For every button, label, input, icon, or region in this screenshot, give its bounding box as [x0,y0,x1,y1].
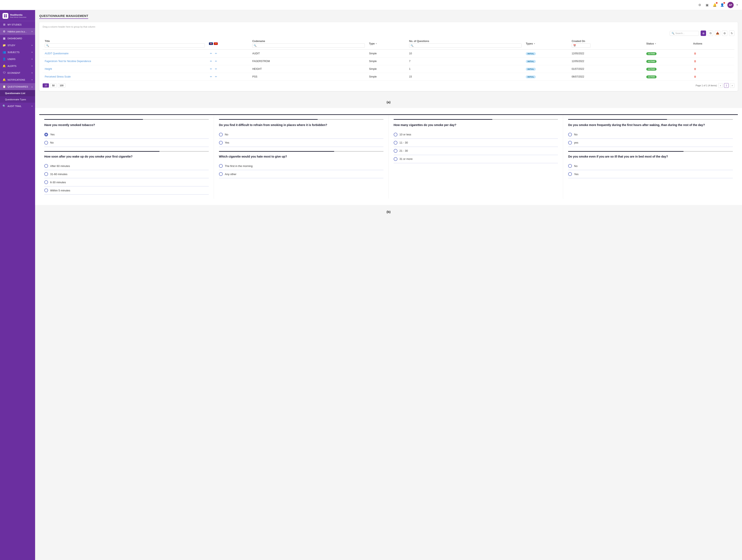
q-sub-separator-1 [219,151,383,152]
edit-flag-uk-2[interactable]: ✏ [209,67,213,71]
prev-page-btn[interactable]: ‹ [718,83,723,88]
delete-btn-1[interactable]: 🗑 [693,59,697,63]
settings-icon[interactable]: ⚙ [697,3,702,7]
cell-types-badge-0: INITIAL [524,50,569,57]
delete-btn-2[interactable]: 🗑 [693,67,697,71]
sidebar-item-questionnaire-types[interactable]: Questionnaire Types [0,96,35,103]
sidebar-item-questionnaires[interactable]: 📋 QUESTIONNAIRES ▴ [0,83,35,90]
sidebar-label-notifications: NOTIFICATIONS [7,79,25,81]
page-size-50[interactable]: 50 [50,83,56,88]
refresh-btn[interactable]: ↻ [729,31,735,36]
title-link-2[interactable]: Height [45,67,52,70]
radio-item-3-1[interactable]: yes [568,139,733,147]
title-link-0[interactable]: AUDIT Questionnaire [45,52,68,55]
title-link-1[interactable]: Fagerstrom Test for Nicotine Dependence [45,60,91,63]
page-size-10[interactable]: 10 [43,83,49,88]
sub-radio-item-1-0[interactable]: The first in the morning [219,162,383,170]
edit-flag-es-1[interactable]: ✏ [214,59,218,63]
radio-item-1-0[interactable]: No [219,131,383,139]
next-page-btn[interactable]: › [730,83,735,88]
sidebar-item-subjects[interactable]: 👥 SUBJECTS ▾ [0,49,35,56]
radio-item-3-0[interactable]: No [568,131,733,139]
delete-btn-0[interactable]: 🗑 [693,51,697,56]
radio-label-2-1: 11 - 30 [400,141,408,144]
edit-flag-uk-3[interactable]: ✏ [209,74,213,79]
user-icon[interactable]: 👤 [720,3,725,7]
edit-flag-es-0[interactable]: ✏ [214,51,218,56]
radio-item-2-2[interactable]: 21 - 30 [394,147,558,155]
sidebar-label-my-studies: MY STUDIES [7,23,21,26]
radio-item-0-0[interactable]: Yes [44,131,209,139]
q-separator-top-3 [568,119,733,120]
title-filter-input[interactable] [45,44,205,48]
cell-title-2: Height [43,65,207,73]
sidebar-item-users[interactable]: 👤 USERS ▾ [0,56,35,62]
sub-radio-circle-1-1 [219,172,223,176]
alerts-icon: 🔔 [2,64,6,67]
page-size-100[interactable]: 100 [58,83,65,88]
sidebar-item-audit-trail[interactable]: 🔍 AUDIT TRAIL ▾ [0,103,35,109]
export-button[interactable]: 📥 [715,31,720,36]
delete-btn-3[interactable]: 🗑 [693,74,697,79]
sidebar-item-dashboard[interactable]: ▦ DASHBOARD [0,35,35,42]
q-column-0: Have you recently smoked tobacco? Yes No… [39,115,214,199]
sidebar-item-my-studies[interactable]: ⊞ MY STUDIES [0,21,35,28]
cell-codename-0: AUDIT [250,50,367,57]
search-box[interactable]: 🔍 Search... [670,31,699,36]
copy-button[interactable]: ⧉ [708,31,713,36]
radio-label-2-2: 21 - 30 [400,149,408,152]
sidebar-item-questionnaire-list[interactable]: Questionnaire List [0,90,35,96]
num-filter-input[interactable] [409,44,522,48]
questionnaire-preview-grid: Have you recently smoked tobacco? Yes No… [39,114,738,199]
pagination: Page 1 of 1 (4 items) ‹ 1 › [696,83,735,88]
radio-label-3-0: No [574,133,578,136]
cell-created-on-2: 01/07/2022 [570,65,644,73]
alerts-chevron: ▾ [32,65,33,67]
window-icon[interactable]: ▣ [705,3,709,7]
radio-item-2-0[interactable]: 10 or less [394,131,558,139]
edit-flag-es-2[interactable]: ✏ [214,67,218,71]
edit-flag-uk-0[interactable]: ✏ [209,51,213,56]
radio-item-2-1[interactable]: 11 - 30 [394,139,558,147]
sub-radio-item-0-1[interactable]: 31-60 minutes [44,170,209,178]
sidebar-label-questionnaire-list: Questionnaire List [5,92,25,94]
sidebar-label-audit: AUDIT TRAIL [7,105,21,107]
sidebar-item-alerts[interactable]: 🔔 ALERTS ▾ [0,62,35,69]
subjects-icon: 👥 [2,51,6,54]
radio-circle-3-1 [568,141,572,145]
current-page-btn[interactable]: 1 [724,83,729,88]
codename-filter-input[interactable] [252,44,365,48]
edit-flag-es-3[interactable]: ✏ [214,74,218,79]
sub-radio-item-0-2[interactable]: 6-30 minutes [44,178,209,187]
sidebar-item-notifications[interactable]: 🔔 NOTIFICATIONS ▾ [0,76,35,83]
th-actions-label: Actions [693,42,702,45]
cell-type-2: Simple [367,65,407,73]
bell-icon[interactable]: 🔔 [712,3,717,7]
sidebar-item-habitos[interactable]: ⚙ Hábitos para la p... ▾ [0,28,35,35]
sidebar-item-econsent[interactable]: 🛡 ECONSENT ▾ [0,69,35,76]
app-layout: Healthentia Real World Outcomes ⊞ MY STU… [0,10,742,560]
settings-btn[interactable]: ⚙ [722,31,727,36]
sub-radio-item-1-1[interactable]: Any other [219,170,383,178]
th-num-questions: No. of Questions [407,38,524,50]
cell-created-on-3: 06/07/2022 [570,73,644,81]
cell-num-questions-2: 1 [407,65,524,73]
sub-radio-item-3-1[interactable]: Yes [568,170,733,178]
avatar[interactable]: AP [727,2,734,8]
sidebar-item-study[interactable]: 📁 STUDY ▾ [0,42,35,49]
users-chevron: ▾ [32,58,33,60]
sub-radio-item-0-3[interactable]: Within 5 minutes [44,187,209,195]
edit-flag-uk-1[interactable]: ✏ [209,59,213,63]
radio-item-1-1[interactable]: Yes [219,139,383,147]
add-button[interactable]: ⊕ [701,31,706,36]
title-link-3[interactable]: Perceived Stress Scale [45,75,71,78]
radio-item-2-3[interactable]: 31 or more [394,155,558,163]
sub-radio-item-0-0[interactable]: After 60 minutes [44,162,209,170]
radio-item-0-1[interactable]: No [44,139,209,147]
q-column-1: Do you find it difficult to refrain from… [214,115,389,199]
created-filter-input[interactable] [572,44,590,48]
sub-radio-item-3-0[interactable]: No [568,162,733,170]
sub-radio-label-0-2: 6-30 minutes [50,181,66,184]
avatar-chevron[interactable]: ▾ [737,4,738,6]
cell-flags-3: ✏ ✏ [207,73,250,81]
